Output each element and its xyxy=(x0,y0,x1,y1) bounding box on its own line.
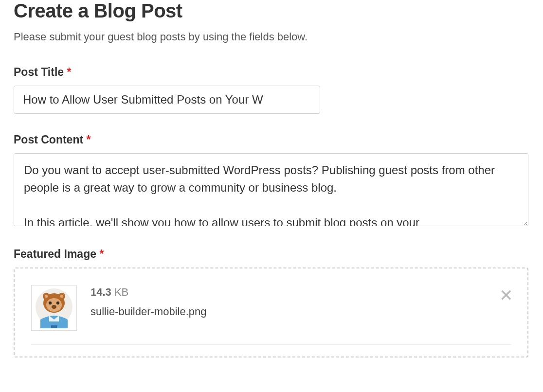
svg-rect-10 xyxy=(51,325,57,328)
post-title-input[interactable] xyxy=(14,86,320,114)
label-text: Post Content xyxy=(14,133,83,146)
close-icon[interactable]: ✕ xyxy=(499,287,513,303)
svg-point-9 xyxy=(60,295,63,298)
file-thumbnail xyxy=(31,285,77,331)
field-post-content: Post Content * xyxy=(14,133,529,228)
required-asterisk: * xyxy=(87,133,91,146)
field-post-title: Post Title * xyxy=(14,66,529,114)
file-meta: 14.3 KB sullie-builder-mobile.png xyxy=(90,285,511,318)
uploaded-file-row: 14.3 KB sullie-builder-mobile.png ✕ xyxy=(31,285,511,345)
form-description: Please submit your guest blog posts by u… xyxy=(14,31,529,43)
post-content-label: Post Content * xyxy=(14,133,529,146)
file-size-unit: KB xyxy=(111,286,128,298)
file-name: sullie-builder-mobile.png xyxy=(90,305,511,318)
avatar-icon xyxy=(34,287,74,328)
post-title-label: Post Title * xyxy=(14,66,529,79)
required-asterisk: * xyxy=(67,66,72,78)
file-size-value: 14.3 xyxy=(90,286,111,298)
svg-point-4 xyxy=(56,302,59,304)
svg-point-8 xyxy=(45,295,48,298)
field-featured-image: Featured Image * xyxy=(14,248,529,357)
upload-dropzone[interactable]: 14.3 KB sullie-builder-mobile.png ✕ xyxy=(14,267,528,357)
post-content-textarea[interactable] xyxy=(14,153,528,226)
label-text: Featured Image xyxy=(14,248,96,260)
featured-image-label: Featured Image * xyxy=(14,248,529,261)
file-size: 14.3 KB xyxy=(90,286,511,299)
svg-point-5 xyxy=(52,305,56,309)
required-asterisk: * xyxy=(99,248,104,260)
label-text: Post Title xyxy=(14,66,64,78)
form-title: Create a Blog Post xyxy=(14,0,529,22)
svg-point-3 xyxy=(49,302,52,304)
